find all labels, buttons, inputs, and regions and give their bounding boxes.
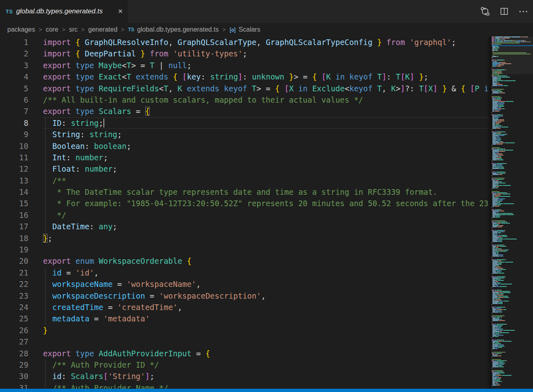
line-number[interactable]: 29 xyxy=(0,359,28,370)
open-changes-icon[interactable] xyxy=(480,6,490,16)
code-line[interactable]: 28export type AddAuthProviderInput = { xyxy=(0,348,489,359)
line-content: Float: number; xyxy=(43,163,489,174)
code-line[interactable]: 14 * The DateTime scalar type represents… xyxy=(0,186,489,198)
line-number[interactable]: 25 xyxy=(0,313,28,324)
code-line[interactable]: 5export type RequireFields<T, K extends … xyxy=(0,83,489,94)
code-line[interactable]: 27 xyxy=(0,336,489,347)
line-number[interactable]: 30 xyxy=(0,370,28,382)
line-content: id = 'id', xyxy=(43,267,489,278)
code-line[interactable]: 4export type Exact<T extends { [key: str… xyxy=(0,71,489,82)
line-content: /** xyxy=(43,175,489,186)
line-content: Boolean: boolean; xyxy=(43,140,489,152)
code-line[interactable]: 20export enum WorkspaceOrderable { xyxy=(0,255,489,267)
text-cursor xyxy=(103,118,104,127)
code-line[interactable]: 9 String: string; xyxy=(0,129,489,140)
line-number[interactable]: 20 xyxy=(0,255,28,267)
line-content: */ xyxy=(43,209,489,221)
line-content: }; xyxy=(43,233,489,244)
line-content: export type Maybe<T> = T | null; xyxy=(43,60,489,71)
status-bar[interactable] xyxy=(0,389,533,392)
split-editor-icon[interactable] xyxy=(500,7,509,16)
minimap[interactable] xyxy=(492,37,533,389)
code-line[interactable]: 12 Float: number; xyxy=(0,163,489,174)
line-content: export type AddAuthProviderInput = { xyxy=(43,348,489,359)
line-number[interactable]: 22 xyxy=(0,278,28,290)
line-content: import { GraphQLResolveInfo, GraphQLScal… xyxy=(43,37,489,48)
line-number[interactable]: 7 xyxy=(0,106,28,117)
code-line[interactable]: 29 /** Auth Provider ID */ xyxy=(0,359,489,370)
line-number[interactable]: 10 xyxy=(0,140,28,152)
close-tab-icon[interactable]: ✕ xyxy=(118,8,123,15)
line-content: Int: number; xyxy=(43,152,489,163)
code-line[interactable]: 31 /** Auth Provider Name */ xyxy=(0,382,489,389)
breadcrumb-item-generated[interactable]: generated xyxy=(88,26,118,33)
line-content: export type RequireFields<T, K extends k… xyxy=(43,83,489,94)
code-line[interactable]: 24 createdTime = 'createdTime', xyxy=(0,302,489,313)
code-line[interactable]: 18}; xyxy=(0,233,489,244)
more-actions-icon[interactable]: ⋯ xyxy=(518,6,528,16)
code-line[interactable]: 8 ID: string; xyxy=(0,117,489,129)
code-line[interactable]: 19 xyxy=(0,244,489,255)
code-line[interactable]: 30 id: Scalars['String']; xyxy=(0,370,489,382)
line-number[interactable]: 16 xyxy=(0,209,28,221)
line-number[interactable]: 4 xyxy=(0,71,28,82)
code-line[interactable]: 11 Int: number; xyxy=(0,152,489,163)
line-number[interactable]: 12 xyxy=(0,163,28,174)
line-number[interactable]: 24 xyxy=(0,302,28,313)
tab-bar: TS global.db.types.generated.ts ✕ ⋯ xyxy=(0,0,533,23)
chevron-right-icon: > xyxy=(39,26,42,33)
code-lines[interactable]: 1import { GraphQLResolveInfo, GraphQLSca… xyxy=(0,37,489,389)
code-line[interactable]: 15 * For example: "1985-04-12T23:20:50.5… xyxy=(0,198,489,209)
code-line[interactable]: 3export type Maybe<T> = T | null; xyxy=(0,60,489,71)
typescript-file-icon: TS xyxy=(128,27,134,32)
line-number[interactable]: 2 xyxy=(0,48,28,59)
line-number[interactable]: 9 xyxy=(0,129,28,140)
line-number[interactable]: 14 xyxy=(0,186,28,198)
code-line[interactable]: 7export type Scalars = { xyxy=(0,106,489,117)
breadcrumb-item-file[interactable]: global.db.types.generated.ts xyxy=(137,26,219,33)
line-number[interactable]: 27 xyxy=(0,336,28,347)
line-content: metadata = 'metadata' xyxy=(43,313,489,324)
line-number[interactable]: 8 xyxy=(0,117,28,129)
breadcrumb-item-symbol[interactable]: Scalars xyxy=(239,26,260,33)
line-number[interactable]: 18 xyxy=(0,233,28,244)
code-line[interactable]: 26} xyxy=(0,325,489,336)
minimap-slider[interactable] xyxy=(492,37,533,74)
code-line[interactable]: 22 workspaceName = 'workspaceName', xyxy=(0,278,489,290)
line-content: workspaceDescription = 'workspaceDescrip… xyxy=(43,290,489,302)
code-line[interactable]: 25 metadata = 'metadata' xyxy=(0,313,489,324)
line-content: String: string; xyxy=(43,129,489,140)
line-number[interactable]: 11 xyxy=(0,152,28,163)
code-line[interactable]: 16 */ xyxy=(0,209,489,221)
breadcrumb-item-packages[interactable]: packages xyxy=(7,26,35,33)
chevron-right-icon: > xyxy=(222,26,226,33)
code-line[interactable]: 6/** All built-in and custom scalars, ma… xyxy=(0,94,489,106)
code-line[interactable]: 2import { DeepPartial } from 'utility-ty… xyxy=(0,48,489,59)
line-number[interactable]: 5 xyxy=(0,83,28,94)
line-number[interactable]: 3 xyxy=(0,60,28,71)
breadcrumb-item-core[interactable]: core xyxy=(46,26,58,33)
editor-actions: ⋯ xyxy=(480,0,528,23)
code-line[interactable]: 23 workspaceDescription = 'workspaceDesc… xyxy=(0,290,489,302)
breadcrumb-item-src[interactable]: src xyxy=(69,26,77,33)
line-number[interactable]: 6 xyxy=(0,94,28,106)
line-number[interactable]: 19 xyxy=(0,244,28,255)
line-number[interactable]: 23 xyxy=(0,290,28,302)
tab-title: global.db.types.generated.ts xyxy=(16,7,115,15)
line-number[interactable]: 15 xyxy=(0,198,28,209)
code-line[interactable]: 21 id = 'id', xyxy=(0,267,489,278)
line-number[interactable]: 1 xyxy=(0,37,28,48)
line-number[interactable]: 26 xyxy=(0,325,28,336)
line-number[interactable]: 28 xyxy=(0,348,28,359)
chevron-right-icon: > xyxy=(62,26,65,33)
code-line[interactable]: 10 Boolean: boolean; xyxy=(0,140,489,152)
code-line[interactable]: 1import { GraphQLResolveInfo, GraphQLSca… xyxy=(0,37,489,48)
line-number[interactable]: 17 xyxy=(0,221,28,232)
line-number[interactable]: 31 xyxy=(0,382,28,389)
tab-global-db-types-generated[interactable]: TS global.db.types.generated.ts ✕ xyxy=(0,0,128,23)
code-line[interactable]: 13 /** xyxy=(0,175,489,186)
line-number[interactable]: 13 xyxy=(0,175,28,186)
code-line[interactable]: 17 DateTime: any; xyxy=(0,221,489,232)
line-number[interactable]: 21 xyxy=(0,267,28,278)
chevron-right-icon: > xyxy=(121,26,125,33)
